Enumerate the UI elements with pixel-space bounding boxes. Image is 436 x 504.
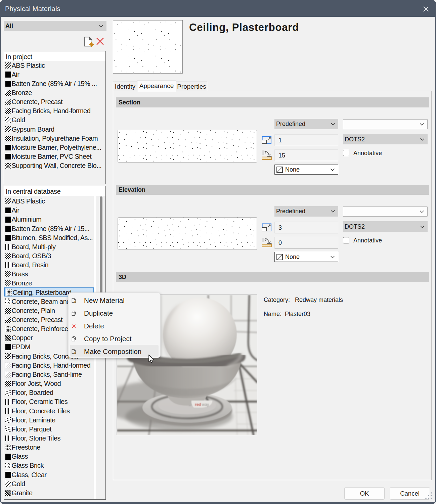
svg-text:way: way [202, 402, 209, 407]
svg-text:red: red [195, 402, 201, 407]
